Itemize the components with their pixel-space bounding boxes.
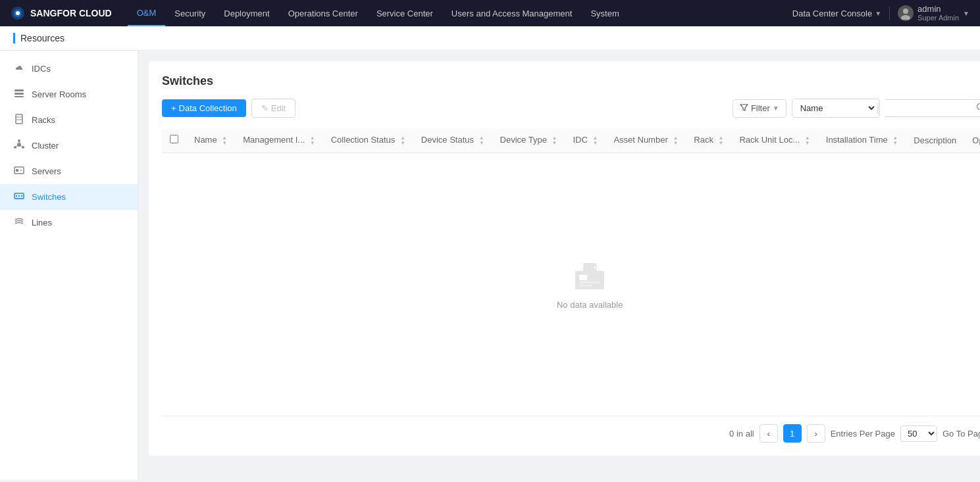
entries-per-page-label: Entries Per Page — [831, 429, 895, 439]
svg-point-28 — [977, 104, 980, 110]
pagination-bar: 0 in all ‹ 1 › Entries Per Page 50 20 10… — [162, 416, 980, 443]
nav-item-om[interactable]: O&M — [128, 0, 166, 26]
nav-item-security[interactable]: Security — [165, 0, 215, 26]
nav-item-users-access[interactable]: Users and Access Management — [442, 0, 582, 26]
data-collection-button[interactable]: + Data Collection — [162, 99, 246, 117]
svg-point-3 — [903, 9, 908, 14]
data-collection-label: Data Collection — [179, 103, 237, 113]
nav-right: Data Center Console ▼ admin Super Admin … — [792, 4, 969, 23]
sidebar-item-server-rooms[interactable]: Server Rooms — [0, 82, 138, 107]
nav-item-service-center[interactable]: Service Center — [367, 0, 442, 26]
search-icon-button[interactable] — [976, 103, 980, 114]
user-dropdown-icon: ▼ — [963, 10, 969, 17]
empty-text: No data available — [557, 300, 623, 310]
pagination-prev-button[interactable]: ‹ — [760, 424, 778, 443]
sidebar-label-idcs: IDCs — [32, 64, 51, 74]
th-name: Name ▲▼ — [186, 128, 235, 153]
sort-asset-icon[interactable]: ▲▼ — [673, 135, 678, 146]
sidebar-item-racks[interactable]: Racks — [0, 107, 138, 133]
th-rack-unit-loc: Rack Unit Loc... ▲▼ — [731, 128, 817, 153]
pagination-next-button[interactable]: › — [807, 424, 825, 443]
search-icon — [976, 103, 980, 112]
app-logo[interactable]: SANGFOR CLOUD — [11, 6, 112, 20]
sidebar-label-server-rooms: Server Rooms — [32, 89, 86, 99]
nav-item-deployment[interactable]: Deployment — [215, 0, 278, 26]
filter-dropdown-icon: ▼ — [773, 105, 779, 112]
nav-user[interactable]: admin Super Admin ▼ — [898, 4, 969, 23]
sort-device-status-icon[interactable]: ▲▼ — [479, 135, 484, 146]
content-card: Switches + Data Collection ✎ Edit Fi — [149, 61, 980, 456]
th-idc: IDC ▲▼ — [565, 128, 606, 153]
avatar — [898, 5, 914, 21]
pagination-page-1[interactable]: 1 — [783, 424, 802, 443]
sort-device-type-icon[interactable]: ▲▼ — [552, 135, 557, 146]
svg-rect-7 — [14, 96, 24, 97]
goto-label: Go To Page — [942, 429, 980, 439]
sort-collection-icon[interactable]: ▲▼ — [400, 135, 405, 146]
sort-rack-icon[interactable]: ▲▼ — [719, 135, 724, 146]
th-device-status: Device Status ▲▼ — [413, 128, 492, 153]
sidebar: IDCs Server Rooms Racks Cluster Servers — [0, 51, 138, 480]
svg-point-12 — [18, 139, 20, 142]
nav-console[interactable]: Data Center Console ▼ — [792, 9, 881, 18]
th-installation-time: Installation Time ▲▼ — [818, 128, 906, 153]
svg-rect-5 — [14, 89, 24, 91]
sort-name-icon[interactable]: ▲▼ — [222, 135, 227, 146]
data-table: Name ▲▼ Management I... ▲▼ Collection St… — [162, 128, 980, 153]
select-all-checkbox[interactable] — [170, 135, 178, 143]
search-type-select[interactable]: Name Management IP IDC Rack — [792, 99, 877, 117]
search-select-group: Name Management IP IDC Rack | — [792, 99, 881, 118]
nav-item-operations-center[interactable]: Operations Center — [279, 0, 367, 26]
filter-button[interactable]: Filter ▼ — [733, 99, 787, 118]
toolbar-right: Filter ▼ Name Management IP IDC Rack | — [733, 99, 980, 118]
server-rooms-icon — [13, 88, 25, 101]
svg-point-23 — [18, 195, 20, 197]
entries-per-page-select[interactable]: 50 20 100 — [900, 425, 937, 442]
logo-icon — [11, 6, 25, 20]
edit-label: Edit — [271, 103, 286, 113]
servers-icon — [13, 165, 25, 178]
svg-rect-33 — [579, 285, 592, 287]
th-operation: Operation — [964, 128, 980, 153]
sidebar-label-lines: Lines — [32, 218, 52, 228]
cluster-icon — [13, 139, 25, 152]
sidebar-item-switches[interactable]: Switches — [0, 184, 138, 210]
svg-rect-8 — [16, 114, 22, 124]
sort-install-time-icon[interactable]: ▲▼ — [892, 135, 898, 146]
sidebar-label-switches: Switches — [32, 192, 66, 202]
sidebar-item-servers[interactable]: Servers — [0, 158, 138, 184]
svg-rect-32 — [579, 281, 600, 283]
username: admin — [917, 4, 959, 14]
svg-line-17 — [16, 146, 18, 147]
lines-icon — [13, 216, 25, 229]
sidebar-label-racks: Racks — [32, 115, 55, 125]
svg-line-16 — [20, 146, 22, 147]
search-input-wrap — [885, 99, 980, 117]
sort-mgmt-icon[interactable]: ▲▼ — [310, 135, 315, 146]
toolbar: + Data Collection ✎ Edit Filter ▼ — [162, 99, 980, 118]
cloud-icon — [13, 62, 25, 75]
select-divider: | — [877, 101, 880, 115]
th-checkbox — [162, 128, 186, 153]
svg-rect-6 — [14, 93, 24, 95]
th-asset-number: Asset Number ▲▼ — [606, 128, 686, 153]
app-name: SANGFOR CLOUD — [30, 8, 112, 18]
nav-item-system[interactable]: System — [581, 0, 628, 26]
sort-rack-unit-icon[interactable]: ▲▼ — [805, 135, 810, 146]
page-title: Switches — [162, 74, 980, 88]
sidebar-item-cluster[interactable]: Cluster — [0, 133, 138, 158]
th-management-ip: Management I... ▲▼ — [235, 128, 323, 153]
top-navigation: SANGFOR CLOUD O&M Security Deployment Op… — [0, 0, 980, 26]
th-description: Description — [906, 128, 964, 153]
sidebar-item-idcs[interactable]: IDCs — [0, 56, 138, 82]
search-input[interactable] — [890, 103, 976, 113]
console-dropdown-icon: ▼ — [875, 10, 881, 17]
switches-icon — [13, 191, 25, 203]
edit-button[interactable]: ✎ Edit — [251, 99, 296, 118]
sidebar-item-lines[interactable]: Lines — [0, 210, 138, 235]
sort-idc-icon[interactable]: ▲▼ — [592, 135, 598, 146]
th-rack: Rack ▲▼ — [686, 128, 731, 153]
nav-items: O&M Security Deployment Operations Cente… — [128, 0, 792, 26]
svg-rect-19 — [16, 169, 18, 172]
filter-icon — [740, 103, 748, 114]
